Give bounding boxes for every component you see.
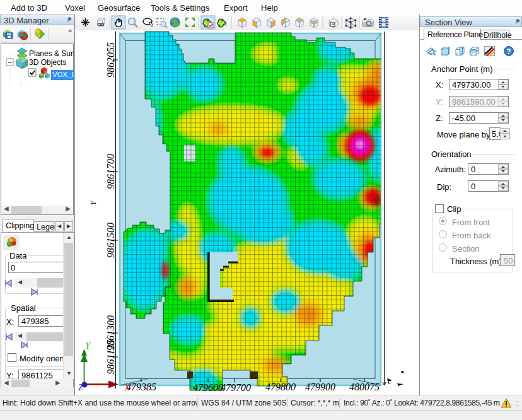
svg-text:9861125: 9861125	[105, 340, 116, 375]
svg-text:479700: 479700	[221, 382, 251, 393]
svg-text:9862055: 9862055	[105, 42, 116, 78]
svg-text:X: X	[124, 382, 130, 392]
svg-text:9861700: 9861700	[105, 154, 116, 189]
svg-text:479800: 479800	[265, 382, 296, 392]
svg-text:?: ?	[506, 47, 511, 56]
svg-text:480075: 480075	[349, 382, 380, 392]
svg-text:479900: 479900	[305, 382, 335, 392]
svg-text:9861500: 9861500	[105, 223, 116, 258]
svg-text:479600: 479600	[193, 382, 223, 393]
svg-text:479385: 479385	[126, 382, 156, 392]
